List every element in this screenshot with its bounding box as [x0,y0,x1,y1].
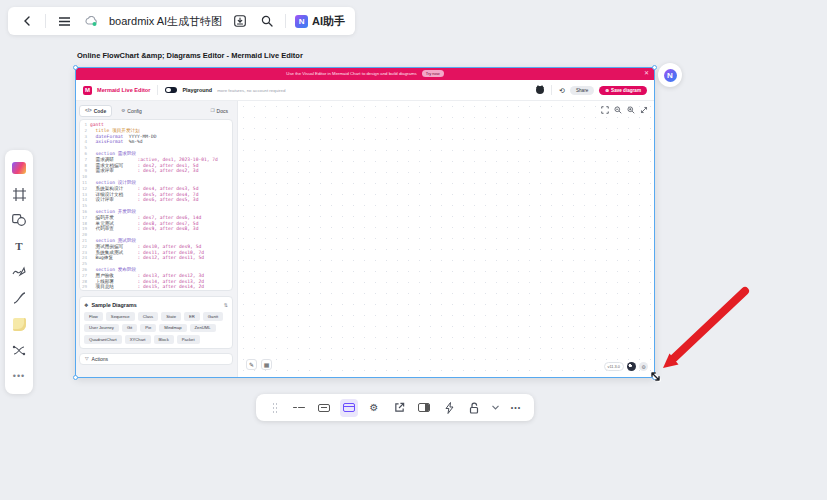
settings-gear-icon[interactable]: ⚙ [365,399,383,417]
drag-handle-icon[interactable] [265,399,283,417]
mermaid-banner: Use the Visual Editor in Mermaid Chart t… [75,67,655,80]
actions-bar[interactable]: ▽ Actions [79,353,233,365]
ai-assistant-label: AI助手 [312,14,345,29]
boardmix-ai-logo-icon: N [664,69,677,82]
unlock-icon[interactable] [465,399,483,417]
mermaid-version[interactable]: v11.3.0 [604,362,624,371]
dash-line-icon[interactable] [290,399,308,417]
frame-icon[interactable] [7,181,31,207]
sample-chip[interactable]: Class [138,312,158,321]
assets-icon[interactable] [7,155,31,181]
mermaid-header: M Mermaid Live Editor Playground more fe… [75,80,655,101]
share-button[interactable]: Share [570,86,594,95]
preview-statusbar: v11.3.0 ⚙ [604,362,648,371]
download-icon[interactable] [231,12,249,30]
funnel-icon: ▽ [85,356,89,361]
sample-chip[interactable]: ZenUML [190,324,216,333]
sample-chip[interactable]: User Journey [84,324,119,333]
banner-close-icon[interactable]: ✕ [644,69,649,76]
top-toolbar: boardmix AI生成甘特图 N AI助手 [8,7,355,35]
open-external-icon[interactable] [390,399,408,417]
tool-sidebar: T ••• [5,150,33,394]
embed-settings-toolbar: ⚙ ••• [256,394,534,421]
red-arrow-annotation [650,282,760,382]
connector-icon[interactable] [7,285,31,311]
sample-chip[interactable]: XYChart [125,335,151,344]
sample-chip-list: FlowSequenceClassStateERGanttUser Journe… [84,312,228,344]
divider [157,85,158,95]
mermaid-brand[interactable]: Mermaid Live Editor [97,87,150,93]
more-options-icon[interactable]: ••• [507,399,525,417]
gear-icon: ⚙ [121,108,125,113]
github-icon[interactable] [536,86,544,94]
back-button[interactable] [18,12,36,30]
resize-cursor-icon [649,370,662,383]
search-icon[interactable] [258,12,276,30]
sample-chip[interactable]: Packet [177,335,200,344]
code-icon: </> [85,108,92,113]
grid-view-button[interactable]: ▦ [261,359,272,370]
divider [551,85,552,95]
tab-code[interactable]: </>Code [79,105,112,117]
code-editor[interactable]: 1gantt2 title 项目开发计划3 dateFormat YYYY-MM… [79,119,233,291]
board-title[interactable]: boardmix AI生成甘特图 [109,14,222,29]
divider [45,14,46,28]
sample-chip[interactable]: Gantt [203,312,223,321]
banner-try-now-button[interactable]: Try now [422,70,444,77]
book-icon: ❐ [210,108,214,113]
relation-icon[interactable] [7,337,31,363]
mermaid-logo-icon: M [83,86,92,95]
sample-diagrams-panel: ❖ Sample Diagrams ⇅ FlowSequenceClassSta… [79,296,233,349]
shapes-icon[interactable] [7,207,31,233]
preview-controls [601,106,648,114]
sample-chip[interactable]: Sequence [106,312,135,321]
pen-icon[interactable] [7,259,31,285]
side-panel-icon[interactable] [415,399,433,417]
sample-chip[interactable]: Git [122,324,137,333]
embed-page-title: Online FlowChart &amp; Diagrams Editor -… [77,51,303,60]
sample-chip[interactable]: QuadrantChart [84,335,122,344]
menu-icon[interactable] [55,12,73,30]
theme-toggle-icon[interactable] [627,362,636,371]
embedded-browser-window[interactable]: Use the Visual Editor in Mermaid Chart t… [75,67,655,378]
tab-docs[interactable]: ❐Docs [205,106,233,116]
sample-diagrams-title: Sample Diagrams [91,302,136,308]
settings-icon[interactable]: ⚙ [639,362,648,371]
sample-chip[interactable]: Flow [84,312,103,321]
sample-chip[interactable]: ER [184,312,200,321]
playground-label: Playground [182,87,212,93]
fit-view-icon[interactable] [601,106,609,114]
sample-chip[interactable]: Block [154,335,174,344]
divider [285,14,286,28]
sticky-note-icon[interactable] [7,311,31,337]
sample-chip[interactable]: State [161,312,181,321]
playground-note: more features, no account required [217,88,285,93]
sample-chip[interactable]: Mindmap [159,324,186,333]
actions-label: Actions [92,356,108,362]
boardmix-ai-logo-icon: N [295,15,308,28]
playground-toggle[interactable] [165,87,177,94]
collapse-icon[interactable]: ⇅ [224,302,228,308]
zoom-out-icon[interactable] [614,106,622,114]
editor-left-pane: </>Code ⚙Config ❐Docs 1gantt2 title 项目开发… [75,101,237,377]
ai-assistant-button[interactable]: N AI助手 [295,14,345,29]
history-icon[interactable]: ⟲ [559,87,565,94]
browser-window-icon[interactable] [340,399,358,417]
ai-assistant-fab[interactable]: N [658,63,682,87]
more-tools-icon[interactable]: ••• [7,363,31,389]
diagram-icon: ❖ [84,302,88,308]
chevron-down-icon[interactable] [490,399,500,417]
editor-tabbar: </>Code ⚙Config ❐Docs [79,104,233,117]
expand-icon[interactable] [640,106,648,114]
zoom-in-icon[interactable] [627,106,635,114]
tab-config[interactable]: ⚙Config [116,106,147,116]
save-diagram-button[interactable]: ⊕Save diagram [599,86,647,95]
plus-icon: ⊕ [605,88,609,93]
address-bar-icon[interactable] [315,399,333,417]
sample-chip[interactable]: Pie [140,324,156,333]
text-icon[interactable]: T [7,233,31,259]
flash-icon[interactable] [440,399,458,417]
code-line: 29 项目总结: des15, after des14, 2d [80,284,232,290]
edit-pen-button[interactable]: ✎ [246,359,257,370]
diagram-preview-pane[interactable]: ✎ ▦ v11.3.0 ⚙ [237,101,655,377]
